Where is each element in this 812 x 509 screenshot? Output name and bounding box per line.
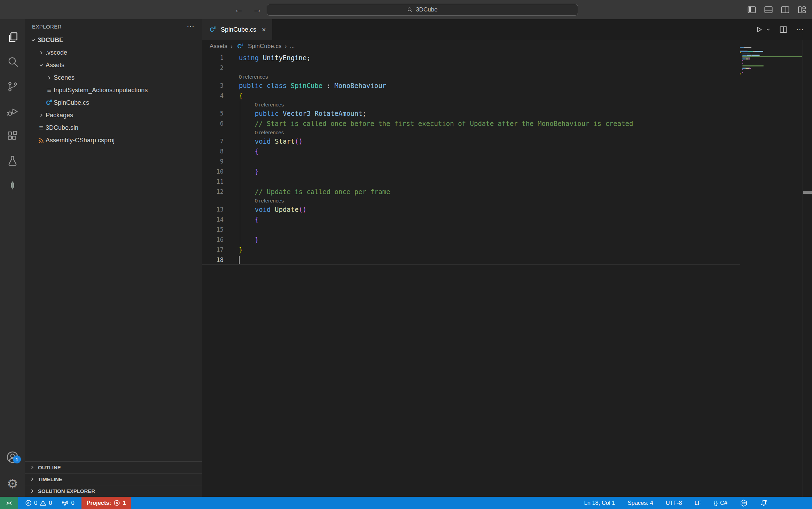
line-number[interactable]: 6 xyxy=(202,120,224,127)
code-line-8[interactable]: 8{ xyxy=(202,146,740,156)
line-number[interactable]: 8 xyxy=(202,148,224,155)
line-number[interactable]: 5 xyxy=(202,110,224,117)
panel-header-outline[interactable]: OUTLINE xyxy=(25,461,202,473)
tree-item-3dcube[interactable]: 3DCUBE xyxy=(25,34,202,46)
minimap-line xyxy=(740,69,803,70)
line-number[interactable]: 9 xyxy=(202,158,224,165)
customize-layout-icon[interactable] xyxy=(797,5,807,15)
breadcrumb-file[interactable]: SpinCube.cs xyxy=(248,43,281,50)
code-line-7[interactable]: 7void Start() xyxy=(202,136,740,146)
tree-item-assets[interactable]: Assets xyxy=(25,59,202,71)
back-arrow-icon[interactable]: ← xyxy=(234,5,243,14)
tree-item-3dcube-sln[interactable]: ≡3DCube.sln xyxy=(25,121,202,134)
activity-item-source-control[interactable] xyxy=(0,74,25,99)
tree-item-assembly-csharp-csproj[interactable]: Assembly-CSharp.csproj xyxy=(25,134,202,146)
split-editor-icon[interactable] xyxy=(779,25,788,34)
encoding-status[interactable]: UTF-8 xyxy=(666,500,682,506)
code-line-5[interactable]: 5public Vector3 RotateAmount; xyxy=(202,108,740,118)
line-number[interactable]: 13 xyxy=(202,206,224,213)
toggle-panel-icon[interactable] xyxy=(763,5,774,15)
problems-status[interactable]: 0 0 xyxy=(21,497,56,509)
activity-item-mongodb[interactable] xyxy=(0,173,25,198)
toggle-sidebar-icon[interactable] xyxy=(747,5,757,15)
code-line-2[interactable]: 2 xyxy=(202,63,740,73)
code-line-10[interactable]: 10} xyxy=(202,166,740,176)
command-center-search[interactable]: 3DCube xyxy=(267,4,578,16)
activity-item-testing[interactable] xyxy=(0,148,25,173)
line-number[interactable]: 18 xyxy=(202,256,224,263)
accounts-button[interactable]: 1 xyxy=(0,447,25,467)
code-line-3[interactable]: 3public class SpinCube : MonoBehaviour xyxy=(202,80,740,90)
code-line-16[interactable]: 16} xyxy=(202,234,740,245)
code-line-15[interactable]: 15 xyxy=(202,224,740,234)
line-number[interactable]: 16 xyxy=(202,236,224,243)
line-number[interactable]: 14 xyxy=(202,216,224,223)
activity-item-explorer[interactable] xyxy=(0,25,25,49)
ports-status[interactable]: 0 xyxy=(57,497,78,509)
codelens-row[interactable]: 0 references xyxy=(202,128,740,136)
tree-item-inputsystem-actions-inputactions[interactable]: ≡InputSystem_Actions.inputactions xyxy=(25,84,202,96)
line-number[interactable]: 4 xyxy=(202,92,224,99)
line-number[interactable]: 11 xyxy=(202,178,224,185)
code-line-6[interactable]: 6// Start is called once before the firs… xyxy=(202,118,740,128)
tab-spincube[interactable]: C# SpinCube.cs × xyxy=(202,19,272,40)
run-button[interactable] xyxy=(754,25,771,34)
csharp-devkit-status[interactable]: C# xyxy=(740,499,748,507)
code-line-17[interactable]: 17} xyxy=(202,245,740,255)
tab-close-icon[interactable]: × xyxy=(262,26,266,34)
breadcrumb-assets[interactable]: Assets xyxy=(210,43,227,50)
codelens-row[interactable]: 0 references xyxy=(202,101,740,108)
remote-indicator[interactable] xyxy=(0,497,18,509)
tree-item-packages[interactable]: Packages xyxy=(25,109,202,121)
code-text: } xyxy=(239,236,259,244)
error-count: 0 xyxy=(34,500,37,506)
minimap[interactable] xyxy=(740,47,803,76)
line-number[interactable]: 1 xyxy=(202,54,224,61)
panel-header-timeline[interactable]: TIMELINE xyxy=(25,473,202,485)
activity-item-run-debug[interactable] xyxy=(0,99,25,124)
unity-projects-status[interactable]: Projects: 1 xyxy=(81,497,131,509)
line-number[interactable]: 2 xyxy=(202,64,224,71)
toggle-secondary-sidebar-icon[interactable] xyxy=(780,5,790,15)
code-line-1[interactable]: 1using UnityEngine; xyxy=(202,53,740,63)
codelens-row[interactable]: 0 references xyxy=(202,73,740,80)
code-text: public class SpinCube : MonoBehaviour xyxy=(239,82,386,89)
code-line-4[interactable]: 4{ xyxy=(202,90,740,101)
minimap-line xyxy=(740,67,803,67)
notifications-bell[interactable] xyxy=(760,499,767,507)
tree-item--vscode[interactable]: .vscode xyxy=(25,46,202,59)
line-number[interactable]: 10 xyxy=(202,168,224,175)
tree-item-scenes[interactable]: Scenes xyxy=(25,71,202,84)
cursor-position-status[interactable]: Ln 18, Col 1 xyxy=(584,500,615,506)
line-number[interactable]: 7 xyxy=(202,138,224,145)
panel-label: SOLUTION EXPLORER xyxy=(38,488,95,494)
indentation-status[interactable]: Spaces: 4 xyxy=(627,500,653,506)
code-line-12[interactable]: 12// Update is called once per frame xyxy=(202,186,740,197)
code-line-9[interactable]: 9 xyxy=(202,156,740,166)
settings-button[interactable]: ⚙ xyxy=(0,475,25,493)
line-number[interactable]: 17 xyxy=(202,246,224,253)
code-line-18[interactable]: 18 xyxy=(202,255,740,265)
line-number[interactable]: 12 xyxy=(202,188,224,195)
explorer-more-actions-icon[interactable]: ⋯ xyxy=(187,22,195,31)
code-text: } xyxy=(239,168,259,175)
code-line-11[interactable]: 11 xyxy=(202,176,740,186)
tree-item-spincube-cs[interactable]: C#SpinCube.cs xyxy=(25,96,202,109)
code-line-14[interactable]: 14{ xyxy=(202,214,740,224)
panel-header-solution-explorer[interactable]: SOLUTION EXPLORER xyxy=(25,485,202,497)
activity-item-search[interactable] xyxy=(0,49,25,74)
code-editor[interactable]: 1using UnityEngine;20 references3public … xyxy=(202,53,812,497)
code-line-13[interactable]: 13void Update() xyxy=(202,204,740,214)
minimap-line xyxy=(740,65,803,66)
activity-item-extensions[interactable] xyxy=(0,124,25,148)
editor-more-actions-icon[interactable]: ⋯ xyxy=(796,25,804,34)
eol-status[interactable]: LF xyxy=(695,500,701,506)
line-number[interactable]: 3 xyxy=(202,82,224,89)
codelens-row[interactable]: 0 references xyxy=(202,197,740,204)
language-mode-status[interactable]: {} C# xyxy=(714,500,727,506)
minimap-line xyxy=(740,61,803,62)
line-number[interactable]: 15 xyxy=(202,226,224,233)
projects-count: 1 xyxy=(123,500,126,506)
forward-arrow-icon[interactable]: → xyxy=(252,5,262,14)
breadcrumb-symbol[interactable]: ... xyxy=(290,43,295,50)
